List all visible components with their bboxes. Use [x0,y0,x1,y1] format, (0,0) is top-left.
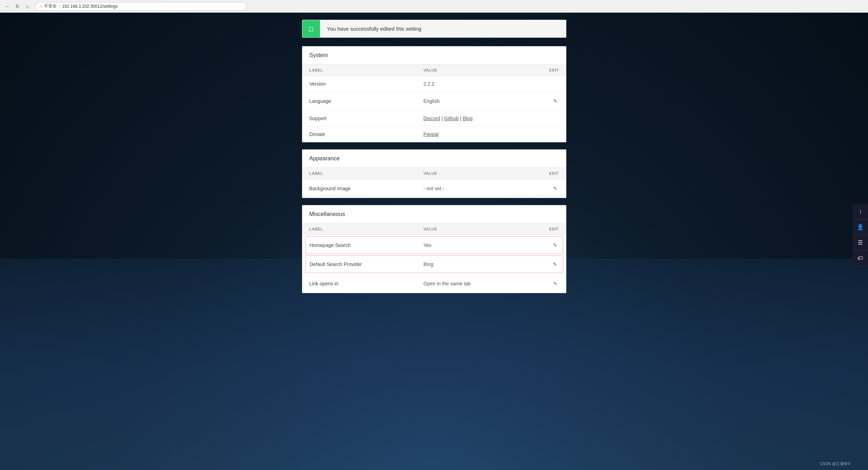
row-edit-homepage-search[interactable]: ✎ [537,241,559,249]
row-value-support: Discord | Github | Blog [424,116,538,121]
notification-icon: ◻ [308,25,314,33]
row-value-homepage-search: Yes [424,242,537,248]
watermark: CSDN @江湖有© [820,461,851,466]
right-sidebar: ⁝ 👤 ☰ 🏷 [852,204,868,266]
table-row: Donate Paypal [302,126,566,142]
table-row: Language English ✎ [302,92,566,111]
row-label-version: Version [309,81,424,87]
row-value-link-opens: Open in the same tab [424,281,538,286]
table-row: Background Image - not set - ✎ [302,179,566,198]
edit-default-search-icon[interactable]: ✎ [552,260,559,268]
discord-link[interactable]: Discord [424,116,440,121]
address-bar[interactable]: ⚠ 不安全 | 192.168.3.202:30012/settings [35,2,247,11]
row-value-version: 2.2.2 [424,81,538,87]
appearance-table-header: LABEL VALUE EDIT [302,168,566,179]
nav-buttons: ← ↻ ⌂ [4,3,31,10]
row-label-link-opens: Link opens in [309,281,424,286]
row-edit-link-opens[interactable]: ✎ [538,279,559,288]
sidebar-list-icon[interactable]: ☰ [852,235,868,251]
misc-col-value: VALUE [424,227,538,231]
success-notification: ◻ You have successfully edited this sett… [302,20,566,38]
row-edit-default-search[interactable]: ✎ [537,260,559,268]
security-warning-icon: ⚠ [39,4,43,8]
system-col-label: LABEL [309,68,424,72]
page-content: ◻ You have successfully edited this sett… [0,13,868,470]
misc-table-header: LABEL VALUE EDIT [302,223,566,235]
row-label-language: Language [309,98,424,104]
sidebar-user-icon[interactable]: 👤 [852,219,868,235]
row-label-support: Support [309,116,424,121]
row-label-donate: Donate [309,131,424,137]
system-col-edit: EDIT [538,68,559,72]
row-edit-bg-image[interactable]: ✎ [538,184,559,193]
system-section: System LABEL VALUE EDIT Version 2.2.2 La… [302,46,566,142]
system-col-value: VALUE [424,68,538,72]
reload-button[interactable]: ↻ [14,3,21,10]
row-value-bg-image: - not set - [424,186,538,191]
table-row: Version 2.2.2 [302,76,566,92]
appearance-col-label: LABEL [309,171,424,175]
browser-chrome: ← ↻ ⌂ ⚠ 不安全 | 192.168.3.202:30012/settin… [0,0,868,13]
github-link[interactable]: Github [444,116,458,121]
home-button[interactable]: ⌂ [24,3,31,10]
edit-bg-image-icon[interactable]: ✎ [552,184,559,193]
appearance-section-title: Appearance [302,150,566,168]
security-label: 不安全 [44,3,57,9]
edit-language-icon[interactable]: ✎ [552,97,559,105]
row-value-default-search: Bing [424,261,537,267]
row-label-homepage-search: Homepage Search [310,242,424,248]
back-button[interactable]: ← [4,3,11,10]
row-value-language: English [424,98,538,104]
notification-icon-box: ◻ [302,20,320,37]
row-label-default-search: Default Search Provider [310,261,424,267]
edit-homepage-search-icon[interactable]: ✎ [552,241,559,249]
misc-col-label: LABEL [309,227,424,231]
misc-col-edit: EDIT [538,227,559,231]
notification-message: You have successfully edited this settin… [320,20,429,37]
table-row: Link opens in Open in the same tab ✎ [302,274,566,293]
address-separator: | [59,4,60,9]
row-edit-language[interactable]: ✎ [538,97,559,105]
url-text: 192.168.3.202:30012/settings [62,4,118,9]
sidebar-tag-icon[interactable]: 🏷 [852,251,868,266]
miscellaneous-section: Miscellaneous LABEL VALUE EDIT Homepage … [302,205,566,293]
miscellaneous-section-title: Miscellaneous [302,205,566,223]
content-wrapper: ◻ You have successfully edited this sett… [302,20,566,463]
row-value-donate: Paypal [424,131,538,137]
table-row-highlighted: Homepage Search Yes ✎ [305,236,563,254]
table-row-highlighted: Default Search Provider Bing ✎ [305,255,563,273]
system-table-header: LABEL VALUE EDIT [302,64,566,76]
blog-link[interactable]: Blog [463,116,473,121]
edit-link-opens-icon[interactable]: ✎ [552,279,559,288]
appearance-section: Appearance LABEL VALUE EDIT Background I… [302,149,566,198]
paypal-link[interactable]: Paypal [424,131,439,137]
system-section-title: System [302,47,566,64]
sidebar-grid-icon[interactable]: ⁝ [852,204,868,219]
row-label-bg-image: Background Image [309,186,424,191]
table-row: Support Discord | Github | Blog [302,111,566,126]
appearance-col-value: VALUE [424,171,538,175]
appearance-col-edit: EDIT [538,171,559,175]
